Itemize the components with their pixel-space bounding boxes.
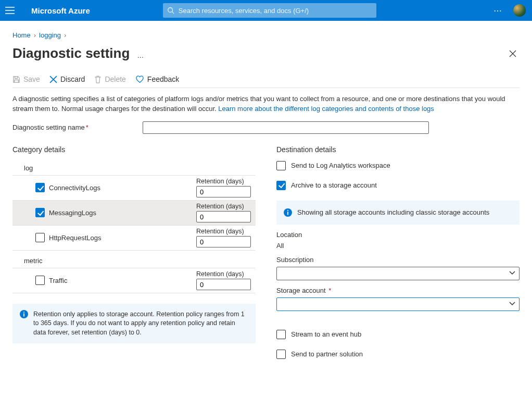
log-name: HttpRequestLogs: [49, 234, 101, 242]
delete-button[interactable]: Delete: [94, 75, 125, 83]
svg-rect-3: [23, 312, 24, 313]
discard-icon: [49, 76, 57, 83]
close-icon: [509, 50, 516, 57]
breadcrumb: Home › logging ›: [12, 31, 520, 39]
metric-row-traffic: Traffic Retention (days): [12, 268, 256, 293]
chevron-down-icon: [509, 301, 515, 307]
subscription-select[interactable]: [276, 267, 520, 280]
retention-input-connectivitylogs[interactable]: [196, 186, 251, 197]
log-row-connectivity: ConnectivityLogs Retention (days): [12, 176, 256, 201]
retention-label: Retention (days): [196, 228, 254, 235]
svg-rect-5: [287, 212, 288, 215]
checkbox-connectivitylogs[interactable]: [35, 183, 45, 192]
retention-label: Retention (days): [196, 203, 254, 210]
chevron-right-icon: ›: [64, 31, 66, 39]
description: A diagnostic setting specifies a list of…: [12, 94, 520, 114]
feedback-button[interactable]: Feedback: [135, 75, 179, 83]
retention-input-httprequestlogs[interactable]: [196, 236, 251, 247]
topbar-more[interactable]: ⋯: [487, 6, 509, 16]
setting-name-input[interactable]: [143, 121, 429, 134]
storage-account-select[interactable]: [276, 297, 520, 311]
dest-stream-label: Stream to an event hub: [291, 330, 361, 338]
location-label: Location: [276, 231, 520, 239]
delete-icon: [94, 76, 102, 83]
log-name: ConnectivityLogs: [49, 184, 100, 192]
svg-point-0: [168, 8, 173, 13]
dest-partner-label: Send to partner solution: [291, 350, 363, 358]
chevron-right-icon: ›: [34, 31, 36, 39]
close-button[interactable]: [506, 47, 520, 60]
heart-icon: [135, 76, 144, 83]
title-more[interactable]: …: [137, 52, 145, 59]
location-value: All: [276, 242, 520, 250]
metric-name: Traffic: [49, 277, 67, 284]
retention-input-traffic[interactable]: [196, 279, 251, 290]
category-details-heading: Category details: [12, 145, 256, 154]
retention-label: Retention (days): [196, 178, 254, 185]
checkbox-log-analytics[interactable]: [276, 161, 286, 170]
info-icon: [20, 310, 28, 318]
info-icon: [284, 208, 292, 217]
page-title: Diagnostic setting: [12, 45, 130, 61]
svg-rect-6: [287, 210, 288, 211]
checkbox-archive-storage[interactable]: [276, 181, 286, 190]
subscription-label: Subscription: [276, 256, 520, 264]
checkbox-partner-solution[interactable]: [276, 350, 286, 359]
brand: Microsoft Azure: [31, 6, 90, 15]
breadcrumb-home[interactable]: Home: [12, 31, 31, 39]
destination-details-heading: Destination details: [276, 145, 520, 154]
retention-label: Retention (days): [196, 270, 254, 278]
dest-archive-label: Archive to a storage account: [291, 181, 377, 189]
checkbox-messaginglogs[interactable]: [35, 208, 45, 217]
log-name: MessagingLogs: [49, 209, 96, 217]
metric-subheading: metric: [12, 254, 256, 268]
svg-rect-2: [23, 313, 24, 316]
checkbox-stream-eventhub[interactable]: [276, 330, 286, 339]
storage-account-label: Storage account *: [276, 287, 520, 294]
chevron-down-icon: [509, 270, 515, 276]
checkbox-traffic[interactable]: [35, 276, 45, 285]
dest-log-analytics-label: Send to Log Analytics workspace: [291, 162, 390, 169]
log-row-messaging: MessagingLogs Retention (days): [12, 201, 256, 226]
retention-input-messaginglogs[interactable]: [196, 211, 251, 222]
storage-info: Showing all storage accounts including c…: [276, 201, 520, 225]
learn-more-link[interactable]: Learn more about the different log categ…: [218, 105, 434, 113]
search-icon: [167, 7, 174, 14]
log-row-httprequest: HttpRequestLogs Retention (days): [12, 226, 256, 251]
checkbox-httprequestlogs[interactable]: [35, 233, 45, 242]
avatar[interactable]: [513, 4, 526, 17]
global-search[interactable]: Search resources, services, and docs (G+…: [163, 3, 376, 18]
log-subheading: log: [12, 161, 256, 176]
hamburger-menu[interactable]: [5, 7, 16, 14]
retention-info: Retention only applies to storage accoun…: [12, 304, 256, 344]
setting-name-label: Diagnostic setting name*: [12, 123, 143, 131]
discard-button[interactable]: Discard: [49, 75, 85, 83]
breadcrumb-logging[interactable]: logging: [39, 31, 61, 39]
save-button[interactable]: Save: [12, 75, 40, 83]
search-placeholder: Search resources, services, and docs (G+…: [179, 7, 309, 15]
save-icon: [12, 76, 20, 83]
